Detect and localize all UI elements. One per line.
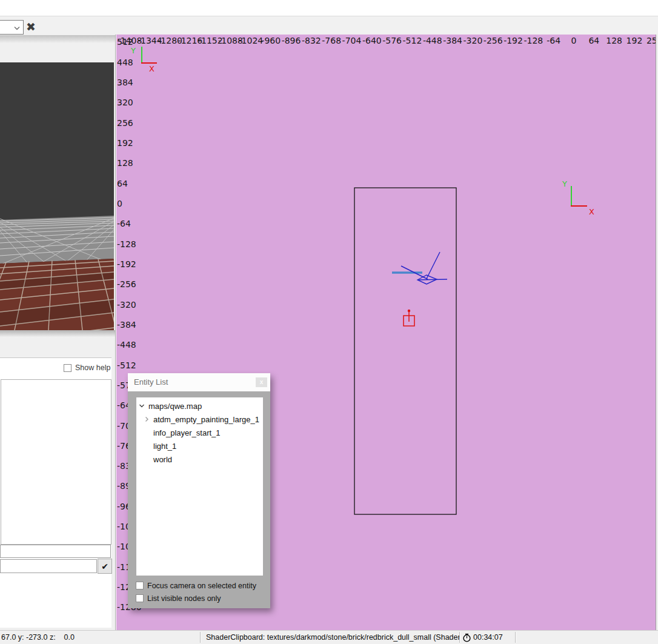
tree-item[interactable]: atdm_empty_painting_large_1 bbox=[136, 413, 263, 426]
player-start-entity[interactable] bbox=[404, 310, 414, 326]
tree-item-label: info_player_start_1 bbox=[153, 428, 221, 437]
status-separator bbox=[515, 632, 516, 643]
tree-item-label: light_1 bbox=[153, 442, 176, 451]
dialog-option-row: List visible nodes only bbox=[136, 592, 256, 605]
texture-tool-panel: Show help ✔ bbox=[0, 357, 111, 628]
y-axis-label: Y bbox=[130, 46, 136, 55]
close-icon[interactable]: x bbox=[256, 377, 267, 387]
wrench-icon[interactable]: ✖ bbox=[26, 21, 36, 34]
light-entity-wire[interactable] bbox=[401, 252, 447, 284]
shader-clipboard-status: ShaderClipboard: textures/darkmod/stone/… bbox=[201, 631, 459, 644]
tree-item-label: atdm_empty_painting_large_1 bbox=[153, 415, 259, 424]
option-label: List visible nodes only bbox=[147, 594, 221, 603]
tree-item[interactable]: info_player_start_1 bbox=[136, 426, 263, 439]
left-panel: Show help ✔ bbox=[0, 35, 116, 630]
entity-list-titlebar[interactable]: Entity List x bbox=[128, 373, 270, 391]
x-axis-label: X bbox=[589, 207, 594, 216]
axis-gizmo-right bbox=[571, 186, 587, 206]
option-checkbox[interactable] bbox=[136, 594, 144, 602]
option-checkbox[interactable] bbox=[136, 582, 144, 589]
tool-input-2[interactable] bbox=[0, 559, 97, 573]
toolbar-combobox[interactable] bbox=[0, 20, 24, 35]
camera-panel-splitter-bottom[interactable] bbox=[0, 330, 115, 337]
tree-item[interactable]: light_1 bbox=[136, 439, 263, 453]
show-help-checkbox[interactable] bbox=[64, 364, 71, 372]
show-help-label: Show help bbox=[75, 363, 110, 372]
window-top-strip bbox=[0, 16, 658, 35]
x-axis-label: X bbox=[149, 64, 155, 73]
axis-gizmo-topleft bbox=[141, 47, 157, 63]
dialog-option-row: Focus camera on selected entity bbox=[136, 579, 256, 592]
map-time-status: 00:34:07 bbox=[460, 631, 515, 644]
chevron-down-icon bbox=[14, 22, 20, 33]
chevron-down-icon[interactable] bbox=[139, 403, 148, 409]
tree-item[interactable]: maps/qwe.map bbox=[136, 399, 263, 413]
status-bar: 67.0 y: -273.0 z: 0.0 ShaderClipboard: t… bbox=[0, 630, 658, 644]
cursor-position-status: 67.0 y: -273.0 z: 0.0 bbox=[0, 631, 200, 644]
entity-tree[interactable]: maps/qwe.mapatdm_empty_painting_large_1i… bbox=[136, 397, 263, 576]
camera-3d-viewport[interactable] bbox=[0, 62, 114, 330]
entity-list-options: Focus camera on selected entityList visi… bbox=[136, 579, 256, 605]
camera-panel-splitter-top[interactable] bbox=[0, 35, 115, 43]
check-icon: ✔ bbox=[101, 562, 108, 571]
entity-list-dialog: Entity List x maps/qwe.mapatdm_empty_pai… bbox=[128, 373, 270, 608]
worldspawn-brush-outline[interactable] bbox=[354, 188, 456, 514]
tool-input-1[interactable] bbox=[0, 545, 111, 558]
tree-item-label: world bbox=[153, 455, 172, 464]
apply-button[interactable]: ✔ bbox=[98, 559, 112, 574]
chevron-right-icon[interactable] bbox=[144, 416, 153, 422]
tree-item-label: maps/qwe.map bbox=[148, 402, 202, 411]
shader-clipboard-text: ShaderClipboard: textures/darkmod/stone/… bbox=[206, 633, 459, 642]
option-label: Focus camera on selected entity bbox=[147, 582, 256, 590]
dialog-title: Entity List bbox=[134, 373, 168, 391]
y-axis-label: Y bbox=[562, 179, 567, 188]
tool-listbox[interactable] bbox=[1, 379, 111, 545]
tree-item[interactable]: world bbox=[136, 453, 263, 466]
map-time-text: 00:34:07 bbox=[473, 633, 503, 642]
clock-icon bbox=[462, 633, 471, 642]
